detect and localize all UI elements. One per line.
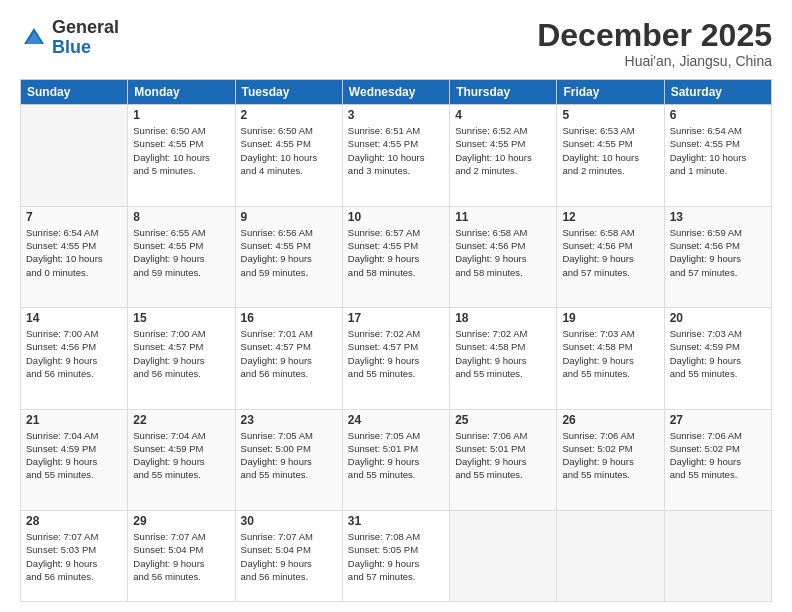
day-number: 17	[348, 311, 444, 325]
calendar-header-row: Sunday Monday Tuesday Wednesday Thursday…	[21, 80, 772, 105]
day-number: 19	[562, 311, 658, 325]
calendar-cell: 26Sunrise: 7:06 AMSunset: 5:02 PMDayligh…	[557, 409, 664, 510]
calendar-cell: 6Sunrise: 6:54 AMSunset: 4:55 PMDaylight…	[664, 105, 771, 206]
location: Huai'an, Jiangsu, China	[537, 53, 772, 69]
calendar-cell: 10Sunrise: 6:57 AMSunset: 4:55 PMDayligh…	[342, 206, 449, 307]
day-info: Sunrise: 6:58 AMSunset: 4:56 PMDaylight:…	[455, 226, 551, 279]
day-info: Sunrise: 7:07 AMSunset: 5:04 PMDaylight:…	[133, 530, 229, 583]
header: General Blue December 2025 Huai'an, Jian…	[20, 18, 772, 69]
day-number: 7	[26, 210, 122, 224]
day-info: Sunrise: 6:56 AMSunset: 4:55 PMDaylight:…	[241, 226, 337, 279]
day-number: 30	[241, 514, 337, 528]
col-wednesday: Wednesday	[342, 80, 449, 105]
day-number: 31	[348, 514, 444, 528]
calendar-cell: 18Sunrise: 7:02 AMSunset: 4:58 PMDayligh…	[450, 308, 557, 409]
calendar-cell: 30Sunrise: 7:07 AMSunset: 5:04 PMDayligh…	[235, 511, 342, 602]
day-info: Sunrise: 6:54 AMSunset: 4:55 PMDaylight:…	[26, 226, 122, 279]
calendar-cell: 5Sunrise: 6:53 AMSunset: 4:55 PMDaylight…	[557, 105, 664, 206]
calendar-cell: 29Sunrise: 7:07 AMSunset: 5:04 PMDayligh…	[128, 511, 235, 602]
day-number: 16	[241, 311, 337, 325]
calendar-cell: 11Sunrise: 6:58 AMSunset: 4:56 PMDayligh…	[450, 206, 557, 307]
calendar-cell: 23Sunrise: 7:05 AMSunset: 5:00 PMDayligh…	[235, 409, 342, 510]
col-monday: Monday	[128, 80, 235, 105]
day-info: Sunrise: 7:01 AMSunset: 4:57 PMDaylight:…	[241, 327, 337, 380]
day-number: 14	[26, 311, 122, 325]
day-info: Sunrise: 7:02 AMSunset: 4:58 PMDaylight:…	[455, 327, 551, 380]
title-block: December 2025 Huai'an, Jiangsu, China	[537, 18, 772, 69]
day-info: Sunrise: 7:05 AMSunset: 5:00 PMDaylight:…	[241, 429, 337, 482]
day-info: Sunrise: 7:07 AMSunset: 5:04 PMDaylight:…	[241, 530, 337, 583]
calendar-cell: 28Sunrise: 7:07 AMSunset: 5:03 PMDayligh…	[21, 511, 128, 602]
calendar-cell: 9Sunrise: 6:56 AMSunset: 4:55 PMDaylight…	[235, 206, 342, 307]
day-number: 23	[241, 413, 337, 427]
calendar-cell	[664, 511, 771, 602]
calendar-cell: 19Sunrise: 7:03 AMSunset: 4:58 PMDayligh…	[557, 308, 664, 409]
calendar-cell: 7Sunrise: 6:54 AMSunset: 4:55 PMDaylight…	[21, 206, 128, 307]
day-info: Sunrise: 7:00 AMSunset: 4:57 PMDaylight:…	[133, 327, 229, 380]
calendar-table: Sunday Monday Tuesday Wednesday Thursday…	[20, 79, 772, 602]
day-number: 9	[241, 210, 337, 224]
calendar-cell: 8Sunrise: 6:55 AMSunset: 4:55 PMDaylight…	[128, 206, 235, 307]
day-info: Sunrise: 6:51 AMSunset: 4:55 PMDaylight:…	[348, 124, 444, 177]
day-info: Sunrise: 7:06 AMSunset: 5:01 PMDaylight:…	[455, 429, 551, 482]
day-info: Sunrise: 6:57 AMSunset: 4:55 PMDaylight:…	[348, 226, 444, 279]
day-number: 28	[26, 514, 122, 528]
day-number: 24	[348, 413, 444, 427]
day-number: 12	[562, 210, 658, 224]
col-thursday: Thursday	[450, 80, 557, 105]
calendar-cell	[450, 511, 557, 602]
logo-text: General Blue	[52, 18, 119, 58]
calendar-week-2: 7Sunrise: 6:54 AMSunset: 4:55 PMDaylight…	[21, 206, 772, 307]
day-number: 29	[133, 514, 229, 528]
day-number: 6	[670, 108, 766, 122]
calendar-cell: 2Sunrise: 6:50 AMSunset: 4:55 PMDaylight…	[235, 105, 342, 206]
day-info: Sunrise: 7:05 AMSunset: 5:01 PMDaylight:…	[348, 429, 444, 482]
day-number: 27	[670, 413, 766, 427]
day-number: 13	[670, 210, 766, 224]
logo: General Blue	[20, 18, 119, 58]
calendar-week-4: 21Sunrise: 7:04 AMSunset: 4:59 PMDayligh…	[21, 409, 772, 510]
calendar-cell	[21, 105, 128, 206]
calendar-cell: 12Sunrise: 6:58 AMSunset: 4:56 PMDayligh…	[557, 206, 664, 307]
logo-general: General	[52, 18, 119, 38]
day-info: Sunrise: 6:58 AMSunset: 4:56 PMDaylight:…	[562, 226, 658, 279]
day-number: 15	[133, 311, 229, 325]
calendar-cell: 1Sunrise: 6:50 AMSunset: 4:55 PMDaylight…	[128, 105, 235, 206]
day-info: Sunrise: 6:54 AMSunset: 4:55 PMDaylight:…	[670, 124, 766, 177]
day-info: Sunrise: 6:59 AMSunset: 4:56 PMDaylight:…	[670, 226, 766, 279]
month-title: December 2025	[537, 18, 772, 53]
day-info: Sunrise: 6:52 AMSunset: 4:55 PMDaylight:…	[455, 124, 551, 177]
calendar-cell: 27Sunrise: 7:06 AMSunset: 5:02 PMDayligh…	[664, 409, 771, 510]
calendar-cell: 31Sunrise: 7:08 AMSunset: 5:05 PMDayligh…	[342, 511, 449, 602]
calendar-week-5: 28Sunrise: 7:07 AMSunset: 5:03 PMDayligh…	[21, 511, 772, 602]
day-number: 11	[455, 210, 551, 224]
calendar-cell: 25Sunrise: 7:06 AMSunset: 5:01 PMDayligh…	[450, 409, 557, 510]
col-friday: Friday	[557, 80, 664, 105]
day-info: Sunrise: 7:07 AMSunset: 5:03 PMDaylight:…	[26, 530, 122, 583]
calendar-cell: 13Sunrise: 6:59 AMSunset: 4:56 PMDayligh…	[664, 206, 771, 307]
day-info: Sunrise: 6:50 AMSunset: 4:55 PMDaylight:…	[133, 124, 229, 177]
day-number: 3	[348, 108, 444, 122]
day-info: Sunrise: 7:04 AMSunset: 4:59 PMDaylight:…	[26, 429, 122, 482]
col-sunday: Sunday	[21, 80, 128, 105]
calendar-week-1: 1Sunrise: 6:50 AMSunset: 4:55 PMDaylight…	[21, 105, 772, 206]
day-info: Sunrise: 7:06 AMSunset: 5:02 PMDaylight:…	[670, 429, 766, 482]
day-info: Sunrise: 6:55 AMSunset: 4:55 PMDaylight:…	[133, 226, 229, 279]
col-tuesday: Tuesday	[235, 80, 342, 105]
day-number: 18	[455, 311, 551, 325]
day-number: 5	[562, 108, 658, 122]
day-info: Sunrise: 6:50 AMSunset: 4:55 PMDaylight:…	[241, 124, 337, 177]
day-number: 8	[133, 210, 229, 224]
day-info: Sunrise: 7:06 AMSunset: 5:02 PMDaylight:…	[562, 429, 658, 482]
calendar-cell: 3Sunrise: 6:51 AMSunset: 4:55 PMDaylight…	[342, 105, 449, 206]
calendar-cell: 16Sunrise: 7:01 AMSunset: 4:57 PMDayligh…	[235, 308, 342, 409]
calendar-week-3: 14Sunrise: 7:00 AMSunset: 4:56 PMDayligh…	[21, 308, 772, 409]
logo-blue: Blue	[52, 38, 119, 58]
day-info: Sunrise: 7:02 AMSunset: 4:57 PMDaylight:…	[348, 327, 444, 380]
day-info: Sunrise: 7:03 AMSunset: 4:58 PMDaylight:…	[562, 327, 658, 380]
day-number: 4	[455, 108, 551, 122]
calendar-cell: 21Sunrise: 7:04 AMSunset: 4:59 PMDayligh…	[21, 409, 128, 510]
day-info: Sunrise: 7:08 AMSunset: 5:05 PMDaylight:…	[348, 530, 444, 583]
calendar-cell: 17Sunrise: 7:02 AMSunset: 4:57 PMDayligh…	[342, 308, 449, 409]
logo-icon	[20, 24, 48, 52]
